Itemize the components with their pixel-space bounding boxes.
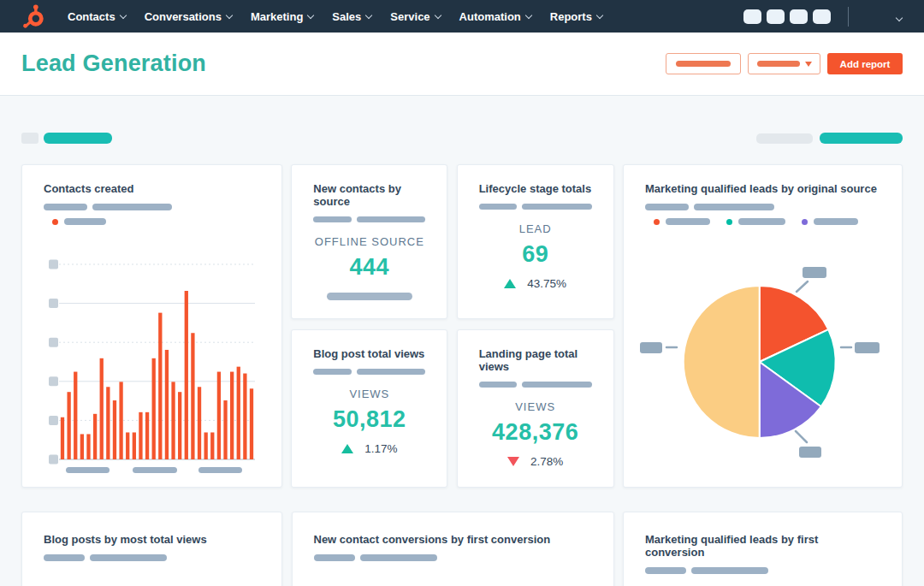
nav-item-service[interactable]: Service [381,0,449,33]
nav-item-label: Reports [550,10,592,23]
placeholder-bar [314,554,355,561]
card-subtitle-placeholder [44,204,260,210]
card-subtitle-placeholder [479,204,592,210]
nav-item-conversations[interactable]: Conversations [135,0,241,33]
card-title: Landing page total views [479,347,592,373]
nav-icon-placeholder[interactable] [790,9,808,24]
account-chevron-down-icon[interactable] [897,9,902,24]
bar [204,432,208,459]
nav-icon-placeholder[interactable] [743,9,761,24]
filter-right-group [756,133,903,144]
add-report-button[interactable]: Add report [827,53,903,74]
nav-icon-group [738,9,831,24]
legend-swatch [802,219,808,225]
placeholder-bar [44,554,85,561]
nav-item-automation[interactable]: Automation [450,0,541,33]
contacts-created-bar-chart [22,257,281,475]
placeholder-bar [90,554,167,561]
chevron-down-icon [307,11,314,18]
metric-label: VIEWS [458,400,613,413]
dashboard-dropdown-button-placeholder[interactable] [748,53,820,74]
bar [243,374,246,459]
bar [67,392,70,459]
card-new-contacts-by-source: New contacts by source OFFLINE SOURCE 44… [291,164,447,319]
nav-item-reports[interactable]: Reports [541,0,612,33]
y-tick-label-placeholder [49,455,58,465]
filter-secondary-placeholder[interactable] [756,133,813,144]
grid-column-3: Lifecycle stage totals LEAD 69 43.75% [457,164,614,488]
legend-label-placeholder [666,218,710,225]
nav-icon-placeholder[interactable] [767,9,785,24]
metric-value: 50,812 [292,406,447,433]
stat-body: OFFLINE SOURCE 444 [292,235,447,300]
chevron-down-icon [365,11,372,18]
delta-up-icon [504,279,516,288]
hubspot-sprocket-logo-icon[interactable] [19,2,48,31]
card-mql-by-original-source: Marketing qualified leads by original so… [623,164,903,488]
y-tick-label-placeholder [49,299,58,308]
bar [80,434,84,459]
placeholder-bar [479,382,518,388]
pie-label-placeholder [640,342,662,353]
chevron-down-icon [119,11,126,18]
bar [86,434,90,459]
filter-primary-placeholder[interactable] [820,133,903,144]
chevron-down-icon [525,11,532,18]
placeholder-bar [360,554,437,561]
bar [113,400,116,459]
button-label-placeholder [757,61,800,67]
chevron-down-icon [226,11,233,18]
placeholder-bar [522,382,591,388]
bar [100,358,104,459]
placeholder-bar [44,204,87,210]
x-tick-label-placeholder [133,467,177,473]
bar [119,382,122,459]
placeholder-bar [645,567,686,574]
card-lifecycle-stage-totals: Lifecycle stage totals LEAD 69 43.75% [457,164,614,319]
delta-row: 2.78% [458,455,613,468]
pie-label-placeholder [799,447,821,458]
card-blog-post-total-views: Blog post total views VIEWS 50,812 1.17% [291,329,447,488]
nav-item-label: Automation [459,10,521,23]
nav-right-section [738,7,907,27]
legend-item [654,218,710,225]
bar [210,432,214,459]
card-subtitle-placeholder [314,554,592,561]
legend-swatch [52,219,58,225]
bar [237,367,240,459]
nav-item-sales[interactable]: Sales [323,0,381,33]
header-actions: Add report [666,53,903,74]
legend-item [802,218,858,225]
filter-pill-placeholder[interactable] [44,133,112,144]
dashboard-action-button-placeholder[interactable] [666,53,741,74]
y-tick-label-placeholder [49,376,58,386]
page-header: Lead Generation Add report [0,33,924,96]
stat-body: VIEWS 428,376 2.78% [458,400,613,468]
legend-item [726,218,785,225]
report-grid-row-2: Blog posts by most total views New conta… [21,512,903,586]
card-title: Marketing qualified leads by first conve… [645,533,880,559]
pie-chart-legend [645,218,880,225]
filter-checkbox-placeholder[interactable] [21,133,38,144]
placeholder-bar [357,216,426,222]
card-contacts-created: Contacts created [21,164,282,488]
nav-item-label: Service [390,10,429,23]
bar [165,350,169,459]
report-grid-row-1: Contacts created New contacts by source [21,164,903,488]
nav-icon-placeholder[interactable] [813,9,831,24]
card-title: Blog posts by most total views [44,533,260,546]
chevron-down-icon [434,11,441,18]
chart-legend [44,218,260,225]
bar [250,388,253,459]
delta-up-icon [341,444,353,453]
nav-item-marketing[interactable]: Marketing [241,0,323,33]
x-tick-label-placeholder [66,467,110,473]
card-head: Contacts created [22,165,281,225]
nav-item-contacts[interactable]: Contacts [58,0,135,33]
card-head: New contact conversions by first convers… [293,512,613,561]
callout-leader-line [797,281,808,292]
bar [61,417,64,459]
pie-slice [684,286,760,438]
metric-label: VIEWS [292,388,447,400]
card-subtitle-placeholder [313,369,425,375]
